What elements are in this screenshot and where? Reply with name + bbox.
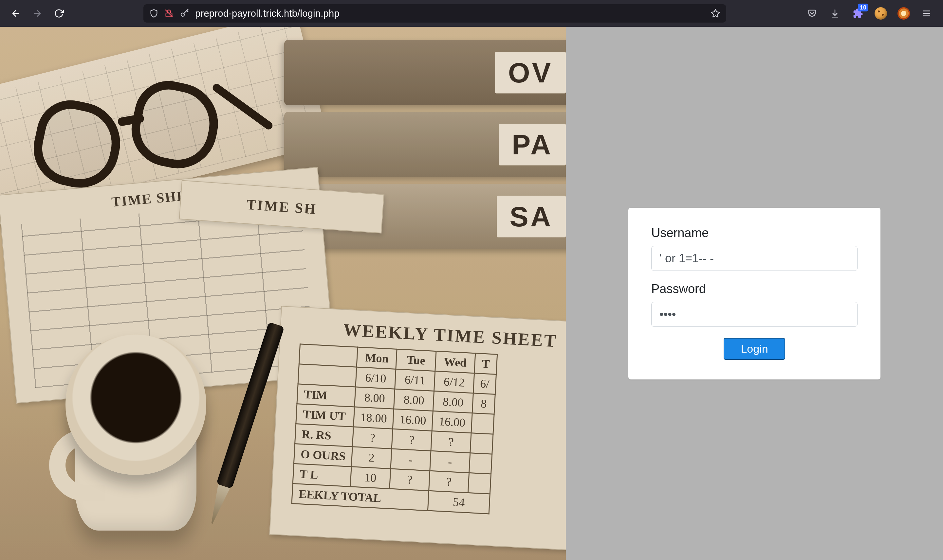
svg-line-6 (187, 11, 188, 12)
forward-button[interactable] (28, 4, 46, 23)
login-form: Username Password Login (628, 208, 880, 380)
login-panel: Username Password Login (566, 27, 943, 560)
username-label: Username (651, 226, 858, 240)
extensions-badge: 10 (858, 4, 868, 11)
lock-insecure-icon[interactable] (164, 9, 174, 18)
login-button[interactable]: Login (724, 338, 785, 360)
bookmark-star-icon[interactable] (710, 9, 720, 18)
extension-cookie-icon[interactable] (874, 7, 887, 20)
address-bar[interactable]: preprod-payroll.trick.htb/login.php (144, 4, 726, 23)
back-button[interactable] (6, 4, 25, 23)
app-menu-icon[interactable] (920, 7, 933, 20)
browser-toolbar: preprod-payroll.trick.htb/login.php 10 (0, 0, 943, 27)
url-text: preprod-payroll.trick.htb/login.php (195, 8, 340, 19)
username-input[interactable] (651, 246, 858, 271)
extensions-icon[interactable]: 10 (851, 7, 864, 20)
shield-icon[interactable] (149, 9, 159, 18)
pocket-icon[interactable] (806, 7, 819, 20)
downloads-icon[interactable] (829, 7, 841, 20)
page-content: OV PA SA TIME SHEET TIME SH WEEKLY TIME … (0, 27, 943, 560)
password-input[interactable] (651, 302, 858, 327)
password-label: Password (651, 282, 858, 296)
key-icon[interactable] (179, 9, 189, 18)
svg-marker-7 (711, 9, 720, 17)
extension-swirl-icon[interactable] (897, 7, 910, 20)
toolbar-right: 10 (806, 7, 937, 20)
hero-image: OV PA SA TIME SHEET TIME SH WEEKLY TIME … (0, 27, 566, 560)
reload-button[interactable] (50, 4, 68, 23)
